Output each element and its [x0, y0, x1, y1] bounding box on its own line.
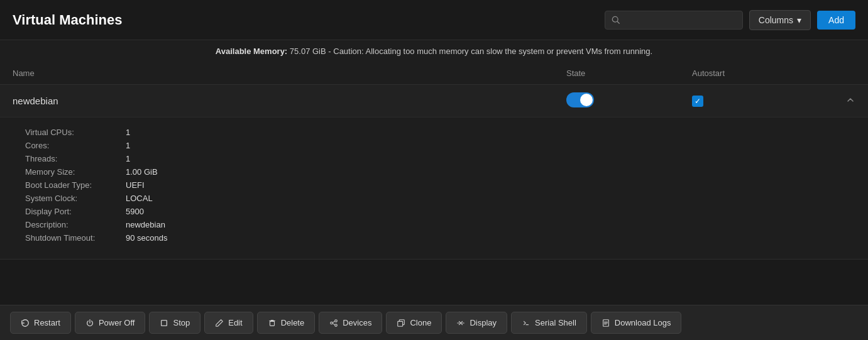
- columns-label: Columns: [759, 15, 793, 25]
- restart-icon: [21, 319, 30, 327]
- vm-details: Virtual CPUs: 1 Cores: 1 Threads: 1 Memo…: [0, 117, 868, 259]
- col-actions: [818, 69, 855, 78]
- memory-size-label: Memory Size:: [25, 167, 126, 177]
- svg-rect-3: [270, 321, 274, 326]
- stop-icon: [160, 319, 168, 327]
- serial-shell-button[interactable]: Serial Shell: [511, 312, 587, 334]
- autostart-checkbox[interactable]: ✓: [692, 96, 703, 107]
- detail-memory-size: Memory Size: 1.00 GiB: [25, 167, 843, 177]
- search-icon: [612, 16, 620, 25]
- clone-label: Clone: [410, 318, 431, 327]
- clone-button[interactable]: Clone: [386, 312, 442, 334]
- description-label: Description:: [25, 220, 126, 229]
- detail-system-clock: System Clock: LOCAL: [25, 194, 843, 203]
- restart-label: Restart: [34, 318, 60, 327]
- stop-button[interactable]: Stop: [149, 312, 201, 334]
- vm-autostart[interactable]: ✓: [692, 96, 818, 107]
- display-port-value: 5900: [126, 207, 144, 216]
- check-icon: ✓: [695, 97, 701, 106]
- power-off-icon: [85, 319, 94, 327]
- header-controls: Columns ▾ Add: [605, 10, 855, 30]
- power-off-label: Power Off: [99, 318, 135, 327]
- search-input[interactable]: [624, 15, 736, 25]
- page-title: Virtual Machines: [13, 12, 605, 28]
- delete-button[interactable]: Delete: [257, 312, 316, 334]
- edit-icon: [215, 319, 224, 327]
- table-header: Name State Autostart: [0, 62, 868, 85]
- bottom-toolbar: Restart Power Off Stop Edit Delete: [0, 305, 868, 340]
- display-label: Display: [470, 318, 497, 327]
- cores-value: 1: [126, 141, 130, 150]
- detail-virtual-cpus: Virtual CPUs: 1: [25, 128, 843, 137]
- devices-button[interactable]: Devices: [319, 312, 382, 334]
- edit-button[interactable]: Edit: [204, 312, 253, 334]
- vm-row-header[interactable]: newdebian ✓: [0, 85, 868, 117]
- svg-line-1: [617, 21, 619, 23]
- table-container: Name State Autostart newdebian ✓: [0, 62, 868, 305]
- download-logs-button[interactable]: Download Logs: [591, 312, 682, 334]
- svg-line-8: [332, 323, 335, 324]
- col-name: Name: [13, 69, 566, 78]
- download-logs-label: Download Logs: [615, 318, 671, 327]
- display-port-label: Display Port:: [25, 207, 126, 216]
- svg-point-4: [331, 322, 333, 324]
- svg-line-7: [332, 321, 335, 322]
- display-button[interactable]: Display: [446, 312, 507, 334]
- serial-shell-icon: [522, 319, 530, 327]
- threads-value: 1: [126, 154, 130, 163]
- detail-boot-loader: Boot Loader Type: UEFI: [25, 180, 843, 190]
- detail-shutdown-timeout: Shutdown Timeout: 90 seconds: [25, 233, 843, 243]
- svg-rect-2: [162, 320, 167, 326]
- memory-banner: Available Memory: 75.07 GiB - Caution: A…: [0, 40, 868, 62]
- power-off-button[interactable]: Power Off: [75, 312, 146, 334]
- memory-size-value: 1.00 GiB: [126, 167, 158, 177]
- col-autostart: Autostart: [692, 69, 818, 78]
- shutdown-timeout-label: Shutdown Timeout:: [25, 233, 126, 243]
- download-logs-icon: [602, 319, 610, 327]
- virtual-cpus-value: 1: [126, 128, 130, 137]
- search-box: [605, 11, 743, 30]
- delete-icon: [268, 319, 277, 327]
- memory-prefix: Available Memory:: [216, 47, 287, 56]
- state-toggle[interactable]: [566, 92, 594, 107]
- boot-loader-value: UEFI: [126, 180, 145, 190]
- system-clock-label: System Clock:: [25, 194, 126, 203]
- display-icon: [456, 319, 465, 327]
- detail-description: Description: newdebian: [25, 220, 843, 229]
- devices-label: Devices: [343, 318, 371, 327]
- detail-cores: Cores: 1: [25, 141, 843, 150]
- col-state: State: [566, 69, 692, 78]
- edit-label: Edit: [228, 318, 242, 327]
- delete-label: Delete: [281, 318, 305, 327]
- svg-point-5: [335, 319, 338, 322]
- svg-point-6: [335, 324, 338, 326]
- chevron-down-icon: ▾: [797, 15, 801, 25]
- boot-loader-label: Boot Loader Type:: [25, 180, 126, 190]
- vm-row: newdebian ✓ Virtual CPUs:: [0, 85, 868, 260]
- devices-icon: [329, 319, 338, 327]
- content: Available Memory: 75.07 GiB - Caution: A…: [0, 40, 868, 305]
- memory-value: 75.07 GiB: [290, 47, 326, 56]
- svg-rect-9: [398, 321, 403, 326]
- description-value: newdebian: [126, 220, 165, 229]
- restart-button[interactable]: Restart: [10, 312, 71, 334]
- add-button[interactable]: Add: [817, 11, 855, 30]
- detail-display-port: Display Port: 5900: [25, 207, 843, 216]
- virtual-cpus-label: Virtual CPUs:: [25, 128, 126, 137]
- stop-label: Stop: [173, 318, 190, 327]
- shutdown-timeout-value: 90 seconds: [126, 233, 168, 243]
- vm-state-toggle[interactable]: [566, 92, 692, 109]
- cores-label: Cores:: [25, 141, 126, 150]
- system-clock-value: LOCAL: [126, 194, 153, 203]
- clone-icon: [397, 319, 405, 327]
- collapse-icon[interactable]: [818, 95, 855, 107]
- columns-button[interactable]: Columns ▾: [749, 10, 811, 30]
- detail-threads: Threads: 1: [25, 154, 843, 163]
- threads-label: Threads:: [25, 154, 126, 163]
- header: Virtual Machines Columns ▾ Add: [0, 0, 868, 40]
- serial-shell-label: Serial Shell: [535, 318, 576, 327]
- vm-name: newdebian: [13, 96, 566, 106]
- memory-suffix: - Caution: Allocating too much memory ca…: [328, 47, 652, 56]
